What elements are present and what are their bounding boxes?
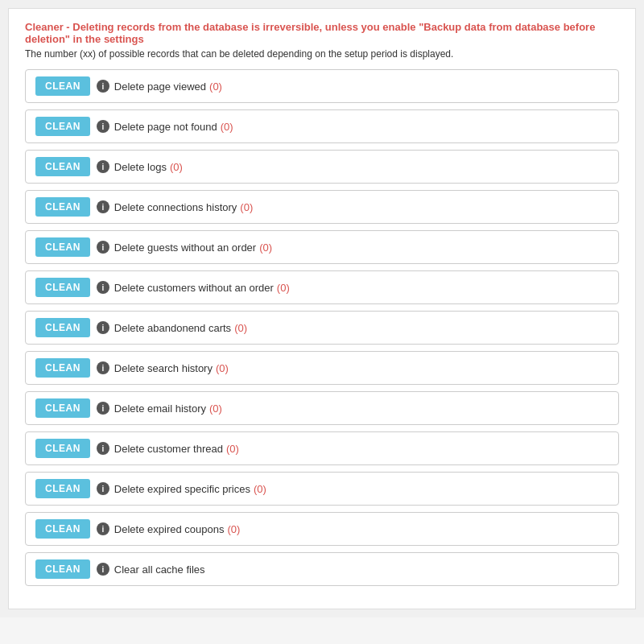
row-expired-coupons-label: Delete expired coupons [114, 523, 225, 535]
row-logs-label: Delete logs [114, 161, 167, 173]
warning-section: Cleaner - Deleting records from the data… [25, 21, 619, 60]
row-logs: CLEANiDelete logs (0) [25, 150, 619, 184]
row-page-viewed: CLEANiDelete page viewed (0) [25, 69, 619, 103]
row-cache: CLEANiClear all cache files [25, 552, 619, 586]
row-abandoned-carts-label: Delete abandonend carts [114, 322, 231, 334]
row-customers-without-order: CLEANiDelete customers without an order … [25, 270, 619, 304]
row-email-history: CLEANiDelete email history (0) [25, 391, 619, 425]
row-abandoned-carts: CLEANiDelete abandonend carts (0) [25, 311, 619, 345]
row-guests-without-order-button[interactable]: CLEAN [35, 237, 90, 257]
row-page-not-found-label: Delete page not found [114, 121, 217, 133]
row-email-history-label: Delete email history [114, 402, 206, 415]
row-connections-history: CLEANiDelete connections history (0) [25, 190, 619, 224]
row-expired-prices-label: Delete expired specific prices [114, 483, 250, 495]
warning-bold-text: Deleting records from the database is ir… [25, 21, 595, 45]
row-guests-without-order-label: Delete guests without an order [114, 242, 256, 254]
row-customers-without-order-info-icon[interactable]: i [97, 281, 109, 294]
row-customer-thread-label: Delete customer thread [114, 443, 223, 455]
row-connections-history-button[interactable]: CLEAN [35, 197, 90, 217]
row-abandoned-carts-info-icon[interactable]: i [97, 321, 109, 334]
row-connections-history-count: (0) [240, 201, 253, 213]
row-guests-without-order-info-icon[interactable]: i [97, 241, 109, 254]
page-wrapper: Cleaner - Deleting records from the data… [0, 0, 644, 617]
row-cache-label: Clear all cache files [114, 564, 205, 576]
row-expired-coupons-info-icon[interactable]: i [97, 522, 109, 535]
row-search-history: CLEANiDelete search history (0) [25, 351, 619, 385]
row-expired-prices: CLEANiDelete expired specific prices (0) [25, 472, 619, 506]
row-page-viewed-info-icon[interactable]: i [97, 80, 109, 93]
row-expired-coupons-button[interactable]: CLEAN [35, 519, 90, 539]
rows-container: CLEANiDelete page viewed (0)CLEANiDelete… [25, 69, 619, 586]
warning-title: Cleaner - Deleting records from the data… [25, 21, 619, 45]
row-connections-history-info-icon[interactable]: i [97, 200, 109, 213]
row-customer-thread: CLEANiDelete customer thread (0) [25, 431, 619, 465]
row-page-not-found: CLEANiDelete page not found (0) [25, 109, 619, 143]
warning-title-prefix: Cleaner - [25, 21, 72, 33]
row-page-viewed-count: (0) [209, 80, 222, 93]
row-logs-button[interactable]: CLEAN [35, 157, 90, 176]
row-connections-history-label: Delete connections history [114, 201, 237, 213]
row-page-not-found-button[interactable]: CLEAN [35, 117, 90, 136]
row-customer-thread-button[interactable]: CLEAN [35, 439, 90, 458]
row-expired-coupons: CLEANiDelete expired coupons (0) [25, 512, 619, 546]
row-logs-count: (0) [170, 161, 183, 173]
row-page-not-found-info-icon[interactable]: i [97, 120, 109, 133]
row-page-viewed-label: Delete page viewed [114, 80, 206, 93]
row-guests-without-order-count: (0) [259, 242, 272, 254]
warning-subtitle: The number (xx) of possible records that… [25, 48, 619, 60]
row-cache-button[interactable]: CLEAN [35, 559, 90, 579]
row-customers-without-order-label: Delete customers without an order [114, 282, 274, 294]
row-expired-coupons-count: (0) [227, 523, 240, 535]
row-expired-prices-count: (0) [254, 483, 266, 495]
row-customer-thread-info-icon[interactable]: i [97, 442, 109, 455]
row-page-not-found-count: (0) [221, 121, 233, 133]
row-abandoned-carts-button[interactable]: CLEAN [35, 318, 90, 337]
row-email-history-count: (0) [209, 402, 222, 415]
row-abandoned-carts-count: (0) [234, 322, 247, 334]
row-email-history-info-icon[interactable]: i [97, 402, 109, 415]
row-search-history-count: (0) [216, 362, 229, 374]
row-page-viewed-button[interactable]: CLEAN [35, 76, 90, 96]
row-search-history-info-icon[interactable]: i [97, 361, 109, 374]
row-customer-thread-count: (0) [226, 443, 239, 455]
main-container: Cleaner - Deleting records from the data… [8, 8, 636, 609]
row-logs-info-icon[interactable]: i [97, 160, 109, 173]
row-expired-prices-button[interactable]: CLEAN [35, 479, 90, 498]
row-search-history-label: Delete search history [114, 362, 213, 374]
row-cache-info-icon[interactable]: i [97, 563, 109, 576]
row-email-history-button[interactable]: CLEAN [35, 398, 90, 418]
row-search-history-button[interactable]: CLEAN [35, 358, 90, 378]
row-customers-without-order-button[interactable]: CLEAN [35, 278, 90, 297]
row-customers-without-order-count: (0) [277, 282, 290, 294]
row-guests-without-order: CLEANiDelete guests without an order (0) [25, 230, 619, 264]
row-expired-prices-info-icon[interactable]: i [97, 482, 109, 495]
